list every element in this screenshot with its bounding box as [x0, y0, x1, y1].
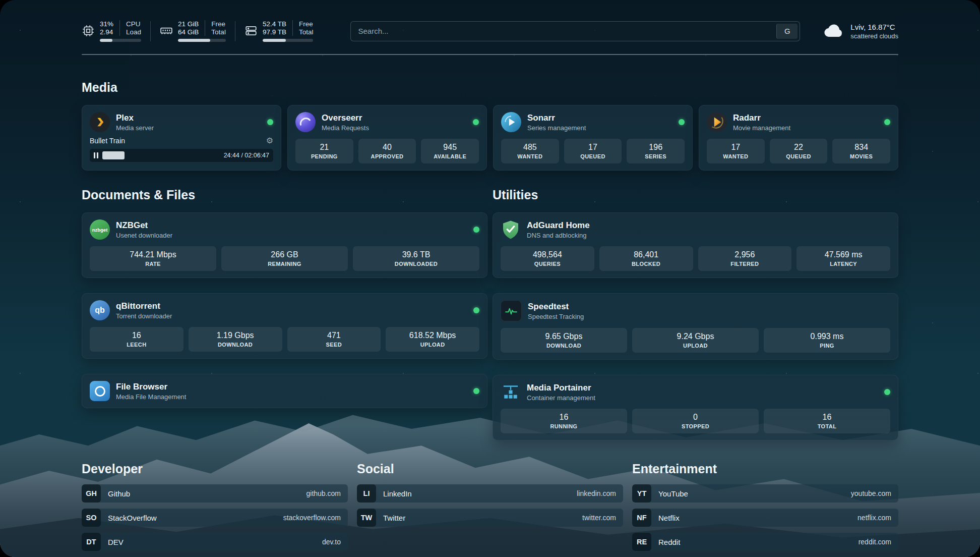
- bookmark-stackoverflow[interactable]: SO StackOverflow stackoverflow.com: [82, 509, 348, 527]
- cpu-monitor: 31% 2.94 CPU Load: [82, 20, 150, 42]
- app-name: NZBGet: [116, 220, 172, 231]
- app-desc: Media server: [116, 124, 154, 132]
- app-desc: Series management: [527, 124, 586, 132]
- stat-stopped: 0STOPPED: [632, 409, 759, 433]
- stat-blocked: 86,401BLOCKED: [599, 246, 693, 271]
- search-bar: G: [350, 21, 800, 41]
- stat-pending: 21PENDING: [295, 139, 353, 163]
- cloud-icon: [823, 23, 844, 40]
- bookmark-badge: DT: [82, 533, 101, 551]
- bookmark-url: linkedin.com: [577, 489, 623, 497]
- bookmark-name: Twitter: [383, 514, 405, 522]
- bookmarks-social: Social LI LinkedIn linkedin.com TW Twitt…: [357, 462, 623, 557]
- bookmark-name: Reddit: [658, 538, 680, 546]
- disk-usage-fill: [263, 39, 286, 42]
- overseerr-card[interactable]: Overseerr Media Requests 21PENDING 40APP…: [287, 105, 487, 171]
- speedtest-icon: [501, 300, 522, 321]
- stat-wanted: 17WANTED: [707, 139, 765, 163]
- app-name: Media Portainer: [527, 383, 595, 393]
- speedtest-card[interactable]: Speedtest Speedtest Tracking 9.65 GbpsDO…: [493, 293, 898, 360]
- bookmark-netflix[interactable]: NF Netflix netflix.com: [632, 509, 898, 527]
- playback-time: 24:44 / 02:06:47: [224, 152, 269, 159]
- bookmark-badge: NF: [632, 509, 651, 527]
- stat-movies: 834MOVIES: [832, 139, 890, 163]
- status-dot: [473, 388, 479, 394]
- stat-ping: 0.993 msPING: [764, 328, 890, 353]
- social-section-title: Social: [357, 462, 623, 476]
- app-name: Overseerr: [322, 113, 369, 123]
- qbittorrent-card[interactable]: qb qBittorrent Torrent downloader 16LEEC…: [82, 293, 487, 359]
- disk-monitor: 52.4 TB 97.9 TB Free Total: [235, 20, 323, 42]
- header: 31% 2.94 CPU Load: [82, 16, 898, 46]
- app-desc: Media Requests: [322, 124, 369, 132]
- cpu-load-value: 2.94: [100, 28, 113, 36]
- disk-total-label: Total: [299, 28, 314, 36]
- disk-free-label: Free: [299, 20, 314, 28]
- stat-download: 1.19 GbpsDOWNLOAD: [189, 327, 282, 352]
- adguard-card[interactable]: AdGuard Home DNS and adblocking 498,564Q…: [493, 212, 898, 278]
- stat-wanted: 485WANTED: [501, 139, 559, 163]
- stat-upload: 618.52 MbpsUPLOAD: [386, 327, 479, 352]
- bookmark-youtube[interactable]: YT YouTube youtube.com: [632, 484, 898, 503]
- stat-available: 945AVAILABLE: [421, 139, 479, 163]
- bookmark-badge: TW: [357, 509, 376, 527]
- bookmark-name: StackOverflow: [108, 514, 157, 522]
- section-utilities: Utilities AdGuard Home DNS and adblockin…: [493, 188, 898, 440]
- app-name: Speedtest: [528, 302, 584, 312]
- seek-progress-fill: [102, 151, 125, 159]
- status-dot: [473, 119, 479, 125]
- filebrowser-card[interactable]: File Browser Media File Management: [82, 374, 487, 408]
- plex-icon: [90, 112, 110, 132]
- search-input[interactable]: [351, 27, 776, 35]
- app-desc: Movie management: [733, 124, 790, 132]
- bookmark-github[interactable]: GH Github github.com: [82, 484, 348, 503]
- radarr-card[interactable]: Radarr Movie management 17WANTED 22QUEUE…: [699, 105, 898, 171]
- app-desc: Speedtest Tracking: [528, 313, 584, 320]
- bookmark-badge: SO: [82, 509, 101, 527]
- search-engine-button[interactable]: G: [776, 24, 798, 39]
- memory-free-value: 21 GiB: [178, 20, 199, 28]
- pause-icon[interactable]: [94, 152, 98, 158]
- stat-seed: 471SEED: [287, 327, 381, 352]
- stat-total: 16TOTAL: [764, 409, 890, 433]
- plex-card[interactable]: Plex Media server Bullet Train ⚙ 24:44 /…: [82, 105, 281, 171]
- stat-queued: 17QUEUED: [564, 139, 622, 163]
- settings-gear-icon[interactable]: ⚙: [266, 137, 273, 145]
- disk-usage-bar: [263, 39, 314, 42]
- nzbget-card[interactable]: nzbget NZBGet Usenet downloader 744.21 M…: [82, 212, 487, 278]
- bookmark-url: github.com: [307, 489, 348, 497]
- qbittorrent-icon: qb: [90, 300, 110, 320]
- plex-seek-bar[interactable]: 24:44 / 02:06:47: [90, 149, 273, 162]
- status-dot: [884, 119, 890, 125]
- app-desc: Usenet downloader: [116, 232, 172, 239]
- bookmark-reddit[interactable]: RE Reddit reddit.com: [632, 533, 898, 551]
- stat-upload: 9.24 GbpsUPLOAD: [632, 328, 759, 353]
- portainer-card[interactable]: Media Portainer Container management 16R…: [493, 375, 898, 440]
- app-name: AdGuard Home: [527, 220, 590, 231]
- dashboard-content: 31% 2.94 CPU Load: [0, 0, 980, 557]
- bookmark-badge: GH: [82, 484, 101, 503]
- stat-downloaded: 39.6 TBDOWNLOADED: [353, 246, 479, 271]
- section-media: Media Plex Media server: [82, 80, 898, 171]
- stat-series: 196SERIES: [627, 139, 685, 163]
- cpu-percent: 31%: [100, 20, 113, 28]
- weather-condition: scattered clouds: [850, 32, 898, 40]
- seek-track[interactable]: [102, 149, 220, 162]
- status-dot: [884, 389, 890, 395]
- bookmark-dev[interactable]: DT DEV dev.to: [82, 533, 348, 551]
- weather-location: Lviv, 16.87°C: [850, 23, 898, 31]
- bookmark-linkedin[interactable]: LI LinkedIn linkedin.com: [357, 484, 623, 503]
- weather-widget[interactable]: Lviv, 16.87°C scattered clouds: [823, 23, 898, 40]
- sonarr-card[interactable]: Sonarr Series management 485WANTED 17QUE…: [493, 105, 693, 171]
- bookmarks-developer: Developer GH Github github.com SO StackO…: [82, 462, 348, 557]
- bookmarks-entertainment: Entertainment YT YouTube youtube.com NF …: [632, 462, 898, 557]
- hard-drive-icon: [244, 24, 258, 37]
- disk-total-value: 97.9 TB: [263, 28, 286, 36]
- memory-total-label: Total: [211, 28, 226, 36]
- bookmark-name: YouTube: [658, 489, 688, 498]
- bookmark-name: LinkedIn: [383, 489, 412, 498]
- now-playing-title: Bullet Train: [90, 137, 125, 145]
- developer-section-title: Developer: [82, 462, 348, 476]
- bookmark-twitter[interactable]: TW Twitter twitter.com: [357, 509, 623, 527]
- portainer-crane-icon: [501, 382, 521, 402]
